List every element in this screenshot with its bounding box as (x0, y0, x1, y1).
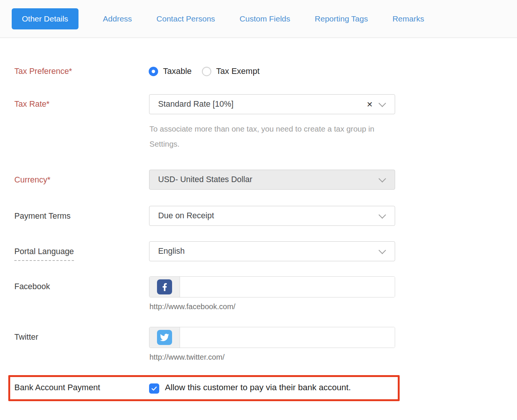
tab-reporting-tags[interactable]: Reporting Tags (315, 14, 368, 23)
facebook-label: Facebook (14, 281, 50, 292)
portal-language-label: Portal Language (14, 246, 74, 261)
currency-select[interactable]: USD- United States Dollar (149, 170, 395, 190)
chevron-down-icon[interactable] (379, 100, 386, 107)
radio-tax-exempt[interactable] (202, 67, 211, 76)
twitter-label: Twitter (14, 332, 38, 342)
chevron-down-icon (379, 175, 386, 182)
twitter-url-helper: http://www.twitter.com/ (149, 353, 225, 362)
twitter-input-group (149, 327, 395, 348)
tab-address[interactable]: Address (103, 14, 132, 23)
facebook-input[interactable] (180, 277, 395, 297)
payment-terms-label: Payment Terms (14, 211, 71, 221)
bank-account-payment-checkbox[interactable] (149, 383, 159, 394)
portal-language-label-text: Portal Language (14, 246, 74, 261)
currency-label: Currency* (14, 175, 51, 185)
clear-icon[interactable]: ✕ (366, 101, 373, 108)
twitter-icon (157, 330, 172, 345)
payment-terms-select[interactable]: Due on Receipt (149, 206, 395, 226)
bank-account-payment-checkbox-label[interactable]: Allow this customer to pay via their ban… (165, 383, 351, 392)
twitter-input[interactable] (180, 327, 395, 348)
radio-tax-exempt-label[interactable]: Tax Exempt (216, 66, 260, 76)
tax-rate-helper-text: To associate more than one tax, you need… (149, 121, 376, 152)
portal-language-value: English (158, 247, 185, 256)
twitter-addon (149, 327, 180, 348)
tax-rate-select[interactable]: Standard Rate [10%] ✕ (149, 94, 395, 114)
checkmark-icon (151, 385, 157, 392)
tax-preference-label: Tax Preference* (14, 66, 72, 77)
tab-contact-persons[interactable]: Contact Persons (157, 14, 215, 23)
tab-other-details[interactable]: Other Details (12, 8, 78, 29)
chevron-down-icon[interactable] (379, 247, 386, 254)
bank-account-payment-label: Bank Account Payment (14, 383, 100, 392)
facebook-input-group (149, 276, 395, 297)
payment-terms-value: Due on Receipt (158, 211, 214, 221)
facebook-url-helper: http://www.facebook.com/ (149, 302, 235, 311)
tab-bar: Other Details Address Contact Persons Cu… (0, 0, 517, 38)
tax-rate-value: Standard Rate [10%] (158, 100, 234, 109)
radio-taxable[interactable] (149, 67, 158, 76)
facebook-icon (157, 279, 172, 294)
tax-rate-label: Tax Rate* (14, 99, 49, 109)
currency-value: USD- United States Dollar (158, 175, 252, 184)
radio-taxable-label[interactable]: Taxable (163, 66, 192, 76)
portal-language-select[interactable]: English (149, 241, 395, 261)
customer-details-form: Other Details Address Contact Persons Cu… (0, 0, 517, 420)
tax-preference-radio-group: Taxable Tax Exempt (149, 66, 260, 76)
tab-remarks[interactable]: Remarks (392, 14, 424, 23)
facebook-addon (149, 277, 180, 297)
tab-custom-fields[interactable]: Custom Fields (240, 14, 290, 23)
chevron-down-icon[interactable] (379, 211, 386, 219)
